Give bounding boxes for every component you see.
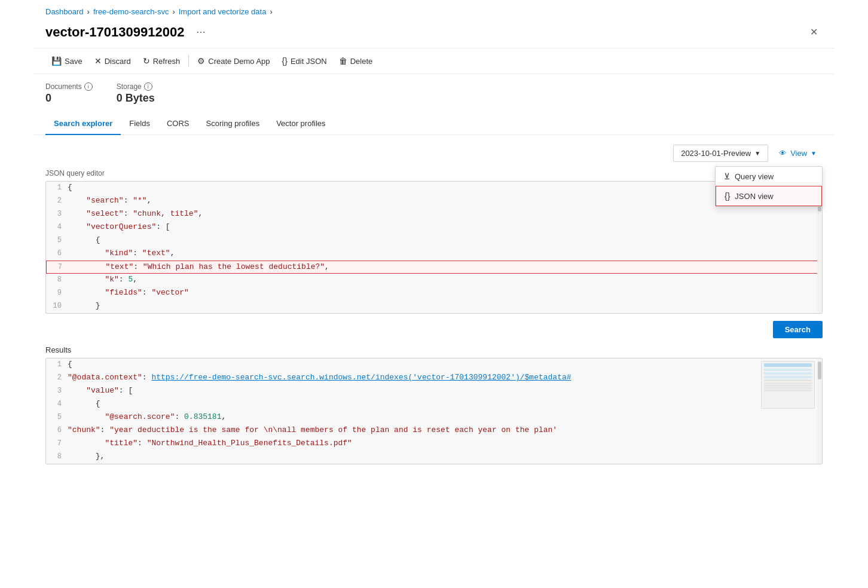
editor-label: JSON query editor [45, 169, 823, 177]
search-button-container: Search [45, 321, 823, 338]
create-demo-app-button[interactable]: ⚙ Create Demo App [191, 53, 276, 69]
delete-icon: 🗑 [339, 56, 347, 66]
result-line-7: 7 "title": "Northwind_Health_Plus_Benefi… [46, 437, 822, 451]
result-line-4: 4 { [46, 398, 822, 411]
stats-row: Documents i 0 Storage i 0 Bytes [33, 74, 835, 113]
tab-fields[interactable]: Fields [121, 113, 158, 135]
tab-search-explorer[interactable]: Search explorer [45, 113, 121, 135]
demo-app-icon: ⚙ [197, 56, 205, 66]
results-thumbnail [761, 361, 815, 409]
api-version-chevron-icon: ▼ [754, 150, 760, 157]
json-query-editor-section: JSON query editor 1 { 2 "search": "*", [45, 169, 823, 314]
view-label: View [790, 149, 807, 158]
results-scrollbar-thumb [818, 362, 821, 379]
tab-vector-profiles[interactable]: Vector profiles [268, 113, 334, 135]
tabs-bar: Search explorer Fields CORS Scoring prof… [33, 113, 835, 135]
editor-line-9: 9 "fields": "vector" [46, 287, 822, 300]
more-options-button[interactable]: ··· [191, 23, 210, 41]
edit-json-button[interactable]: {} Edit JSON [276, 53, 333, 69]
result-line-8: 8 }, [46, 451, 822, 464]
view-chevron-icon: ▼ [811, 150, 817, 157]
storage-label: Storage [117, 82, 142, 91]
tab-cors[interactable]: CORS [158, 113, 198, 135]
page-title: vector-1701309912002 [45, 24, 184, 40]
result-line-1: 1 { [46, 359, 822, 372]
json-view-label: JSON view [735, 192, 773, 201]
editor-line-2: 2 "search": "*", [46, 195, 822, 208]
results-scrollbar[interactable] [817, 359, 822, 464]
refresh-button[interactable]: ↻ Refresh [137, 53, 187, 69]
save-button[interactable]: 💾 Save [45, 53, 88, 69]
editor-line-1: 1 { [46, 182, 822, 195]
breadcrumb-import[interactable]: Import and vectorize data [179, 7, 267, 16]
results-section: Results 1 { 2 "@odata.context": https://… [45, 345, 823, 464]
editor-line-4: 4 "vectorQueries": [ [46, 221, 822, 234]
storage-value: 0 Bytes [117, 92, 155, 105]
toolbar-separator [188, 55, 189, 67]
tab-scoring-profiles[interactable]: Scoring profiles [198, 113, 268, 135]
results-label: Results [45, 345, 823, 354]
view-button[interactable]: 👁 View ▼ [773, 145, 823, 161]
documents-stat: Documents i 0 [45, 82, 93, 105]
toolbar: 💾 Save ✕ Discard ↻ Refresh ⚙ Create Demo… [33, 48, 835, 74]
refresh-icon: ↻ [143, 56, 150, 66]
view-dropdown: ⊻ Query view {} JSON view [715, 166, 823, 207]
eye-icon: 👁 [779, 149, 787, 158]
delete-button[interactable]: 🗑 Delete [333, 53, 379, 69]
documents-info-icon[interactable]: i [84, 82, 93, 91]
save-icon: 💾 [51, 56, 62, 66]
edit-json-icon: {} [282, 56, 288, 66]
json-query-editor[interactable]: 1 { 2 "search": "*", 3 "select": "chunk,… [45, 181, 823, 314]
breadcrumb: Dashboard › free-demo-search-svc › Impor… [33, 0, 835, 21]
editor-line-8: 8 "k": 5, [46, 274, 822, 287]
documents-label: Documents [45, 82, 82, 91]
query-view-label: Query view [735, 172, 774, 181]
result-line-6: 6 "chunk": "year deductible is the same … [46, 424, 822, 437]
editor-line-3: 3 "select": "chunk, title", [46, 208, 822, 221]
discard-icon: ✕ [94, 56, 102, 66]
api-version-label: 2023-10-01-Preview [681, 149, 751, 158]
title-row: vector-1701309912002 ··· ✕ [33, 21, 835, 48]
result-line-3: 3 "value": [ [46, 385, 822, 398]
editor-line-7: 7 "text": "Which plan has the lowest ded… [46, 261, 822, 274]
main-content: 2023-10-01-Preview ▼ 👁 View ▼ ⊻ Query vi… [33, 135, 835, 474]
funnel-icon: ⊻ [724, 172, 730, 181]
braces-icon: {} [725, 191, 730, 201]
breadcrumb-dashboard[interactable]: Dashboard [45, 7, 84, 16]
editor-line-5: 5 { [46, 234, 822, 247]
result-line-5: 5 "@search.score": 0.835181, [46, 411, 822, 424]
breadcrumb-service[interactable]: free-demo-search-svc [93, 7, 169, 16]
results-editor[interactable]: 1 { 2 "@odata.context": https://free-dem… [45, 358, 823, 464]
editor-line-6: 6 "kind": "text", [46, 247, 822, 261]
result-line-2: 2 "@odata.context": https://free-demo-se… [46, 372, 822, 385]
discard-button[interactable]: ✕ Discard [88, 53, 137, 69]
storage-info-icon[interactable]: i [144, 82, 152, 91]
storage-stat: Storage i 0 Bytes [117, 82, 155, 105]
api-version-dropdown[interactable]: 2023-10-01-Preview ▼ [673, 145, 768, 162]
close-button[interactable]: ✕ [805, 24, 823, 40]
editor-line-10: 10 } [46, 300, 822, 313]
search-button[interactable]: Search [773, 321, 823, 338]
documents-value: 0 [45, 92, 93, 105]
view-json-view-option[interactable]: {} JSON view [716, 186, 822, 206]
top-controls: 2023-10-01-Preview ▼ 👁 View ▼ ⊻ Query vi… [45, 145, 823, 162]
view-query-view-option[interactable]: ⊻ Query view [716, 167, 822, 186]
